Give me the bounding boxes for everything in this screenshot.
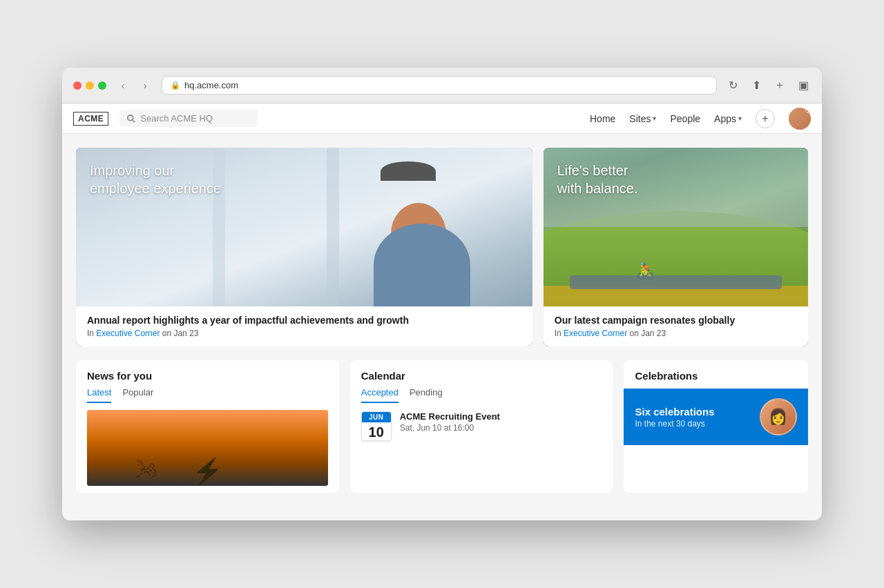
celebrations-blue-card[interactable]: Six celebrations In the next 30 days 👩 [624, 389, 808, 445]
notification-badge [805, 108, 811, 113]
app-logo[interactable]: ACME [73, 112, 108, 126]
secondary-hero-overlay: Life's better with balance. [557, 161, 638, 197]
bottom-grid: News for you Latest Popular ⚡ 🌬 Calendar… [76, 360, 808, 493]
user-avatar[interactable] [789, 108, 811, 130]
app-content: Improving our employee experience Annual… [62, 134, 822, 520]
calendar-tabs: Accepted Pending [350, 382, 613, 403]
forward-arrow[interactable]: › [137, 77, 153, 94]
main-article-meta: In Executive Corner on Jan 23 [87, 329, 521, 338]
nav-apps[interactable]: Apps ▾ [714, 113, 742, 124]
calendar-tab-pending[interactable]: Pending [410, 387, 443, 403]
nav-people[interactable]: People [670, 113, 700, 124]
news-tab-popular[interactable]: Popular [122, 387, 153, 403]
celebrations-panel-title: Celebrations [624, 360, 808, 382]
event-time: Sat, Jun 10 at 16:00 [400, 423, 500, 433]
calendar-event: JUN 10 ACME Recruiting Event Sat, Jun 10… [350, 403, 613, 449]
celebrations-content: Six celebrations In the next 30 days 👩 [624, 389, 808, 445]
secondary-hero-card[interactable]: 🚴 Life's better with balance. Our latest… [544, 148, 808, 346]
event-info: ACME Recruiting Event Sat, Jun 10 at 16:… [400, 411, 500, 433]
calendar-panel: Calendar Accepted Pending JUN 10 ACME Re… [350, 360, 613, 493]
close-button[interactable] [73, 81, 81, 90]
minimize-button[interactable] [86, 81, 94, 90]
news-panel: News for you Latest Popular ⚡ 🌬 [76, 360, 339, 493]
svg-point-0 [128, 115, 133, 120]
main-article-source-link[interactable]: Executive Corner [96, 329, 160, 338]
browser-window: ‹ › 🔒 hq.acme.com ↻ ⬆ ＋ ▣ ACME Search AC… [62, 68, 822, 520]
news-thumbnail: ⚡ 🌬 [87, 410, 328, 486]
news-tabs: Latest Popular [76, 382, 339, 403]
event-day: 10 [362, 422, 391, 440]
window-controls [73, 81, 106, 90]
hero-grid: Improving our employee experience Annual… [76, 148, 808, 346]
browser-nav: ‹ › [115, 77, 153, 94]
event-title: ACME Recruiting Event [400, 411, 500, 422]
calendar-tab-accepted[interactable]: Accepted [361, 387, 398, 403]
celebrations-heading: Six celebrations [635, 406, 714, 418]
main-article-title: Annual report highlights a year of impac… [87, 315, 521, 326]
secondary-hero-image: 🚴 Life's better with balance. [544, 148, 808, 306]
celebrations-panel: Celebrations Six celebrations In the nex… [624, 360, 808, 493]
add-button[interactable]: + [756, 109, 775, 128]
search-placeholder: Search ACME HQ [140, 113, 213, 124]
nav-home[interactable]: Home [590, 113, 615, 124]
chevron-down-icon: ▾ [653, 115, 656, 122]
event-month: JUN [362, 412, 391, 422]
celebrations-text: Six celebrations In the next 30 days [635, 406, 714, 429]
maximize-button[interactable] [98, 81, 106, 90]
back-arrow[interactable]: ‹ [115, 77, 131, 94]
secondary-hero-footer: Our latest campaign resonates globally I… [544, 306, 808, 346]
main-hero-card[interactable]: Improving our employee experience Annual… [76, 148, 532, 346]
reload-button[interactable]: ↻ [725, 78, 740, 93]
browser-titlebar: ‹ › 🔒 hq.acme.com ↻ ⬆ ＋ ▣ [62, 68, 822, 104]
celebrations-subtext: In the next 30 days [635, 419, 714, 429]
new-tab-button[interactable]: ＋ [772, 78, 787, 93]
celebration-person-avatar: 👩 [760, 398, 797, 435]
news-tab-latest[interactable]: Latest [87, 387, 111, 403]
lock-icon: 🔒 [171, 81, 180, 90]
share-button[interactable]: ⬆ [749, 78, 764, 93]
secondary-article-title: Our latest campaign resonates globally [555, 315, 797, 326]
calendar-panel-title: Calendar [350, 360, 613, 382]
main-hero-footer: Annual report highlights a year of impac… [76, 306, 532, 346]
search-icon [126, 114, 136, 124]
chevron-down-icon: ▾ [738, 115, 742, 122]
calendar-date-badge: JUN 10 [361, 411, 392, 441]
url-bar[interactable]: 🔒 hq.acme.com [162, 76, 717, 95]
search-bar[interactable]: Search ACME HQ [119, 110, 258, 127]
secondary-article-source-link[interactable]: Executive Corner [564, 329, 627, 338]
nav-sites[interactable]: Sites ▾ [629, 113, 656, 124]
url-text: hq.acme.com [184, 80, 238, 90]
app-navbar: ACME Search ACME HQ Home Sites ▾ People … [62, 104, 822, 134]
sidebar-button[interactable]: ▣ [796, 78, 811, 93]
main-hero-overlay: Improving our employee experience [90, 161, 221, 197]
nav-right: Home Sites ▾ People Apps ▾ + [590, 108, 811, 130]
browser-actions: ↻ ⬆ ＋ ▣ [725, 78, 811, 93]
news-panel-title: News for you [76, 360, 339, 382]
main-hero-image: Improving our employee experience [76, 148, 532, 306]
secondary-article-meta: In Executive Corner on Jan 23 [555, 329, 797, 338]
svg-line-1 [133, 119, 135, 122]
